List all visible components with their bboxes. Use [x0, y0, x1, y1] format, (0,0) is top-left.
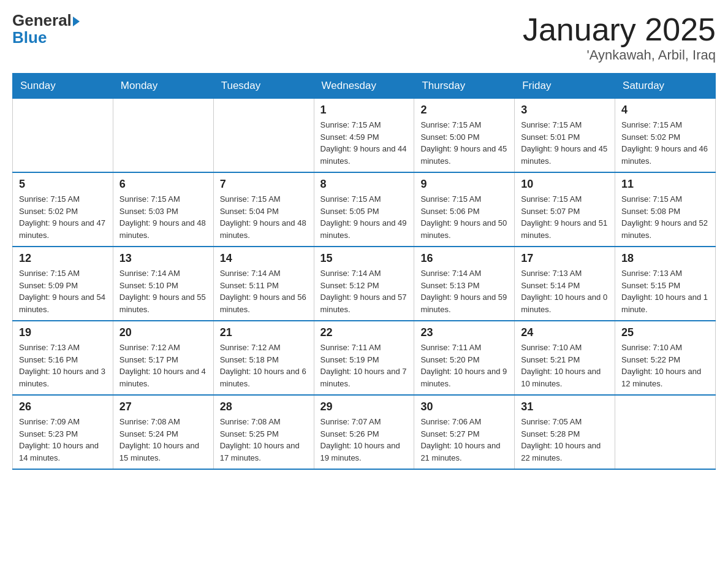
day-info: Sunrise: 7:15 AMSunset: 5:04 PMDaylight:… [220, 193, 308, 241]
day-cell: 16Sunrise: 7:14 AMSunset: 5:13 PMDayligh… [414, 247, 515, 321]
logo-general-text: General [12, 11, 72, 29]
day-number: 24 [521, 326, 609, 339]
day-cell: 12Sunrise: 7:15 AMSunset: 5:09 PMDayligh… [13, 247, 113, 321]
day-info: Sunrise: 7:13 AMSunset: 5:16 PMDaylight:… [19, 342, 107, 389]
day-cell: 2Sunrise: 7:15 AMSunset: 5:00 PMDaylight… [414, 99, 515, 173]
day-info: Sunrise: 7:14 AMSunset: 5:11 PMDaylight:… [220, 267, 308, 315]
day-info: Sunrise: 7:11 AMSunset: 5:19 PMDaylight:… [320, 342, 408, 389]
day-number: 7 [220, 178, 308, 191]
day-number: 20 [119, 326, 207, 339]
day-cell [213, 99, 314, 173]
day-cell: 19Sunrise: 7:13 AMSunset: 5:16 PMDayligh… [13, 321, 113, 395]
day-number: 18 [621, 252, 709, 265]
day-cell: 21Sunrise: 7:12 AMSunset: 5:18 PMDayligh… [213, 321, 314, 395]
day-number: 16 [420, 252, 508, 265]
day-number: 19 [19, 326, 107, 339]
day-of-week-wednesday: Wednesday [314, 74, 414, 99]
day-cell [13, 99, 113, 173]
day-number: 6 [119, 178, 207, 191]
day-cell: 6Sunrise: 7:15 AMSunset: 5:03 PMDaylight… [113, 172, 213, 247]
day-cell: 3Sunrise: 7:15 AMSunset: 5:01 PMDaylight… [515, 99, 615, 173]
day-info: Sunrise: 7:12 AMSunset: 5:18 PMDaylight:… [220, 342, 308, 389]
day-number: 3 [521, 104, 609, 117]
day-of-week-friday: Friday [515, 74, 615, 99]
day-info: Sunrise: 7:12 AMSunset: 5:17 PMDaylight:… [119, 342, 207, 389]
day-number: 8 [320, 178, 408, 191]
day-number: 12 [19, 252, 107, 265]
calendar-subtitle: 'Aynkawah, Arbil, Iraq [523, 47, 716, 63]
day-cell: 15Sunrise: 7:14 AMSunset: 5:12 PMDayligh… [314, 247, 414, 321]
day-cell: 31Sunrise: 7:05 AMSunset: 5:28 PMDayligh… [515, 395, 615, 469]
day-number: 2 [420, 104, 508, 117]
day-cell: 5Sunrise: 7:15 AMSunset: 5:02 PMDaylight… [13, 172, 113, 247]
calendar-body: 1Sunrise: 7:15 AMSunset: 4:59 PMDaylight… [13, 99, 716, 470]
day-cell: 20Sunrise: 7:12 AMSunset: 5:17 PMDayligh… [113, 321, 213, 395]
day-info: Sunrise: 7:15 AMSunset: 5:03 PMDaylight:… [119, 193, 207, 241]
day-info: Sunrise: 7:15 AMSunset: 5:08 PMDaylight:… [621, 193, 709, 241]
day-cell: 8Sunrise: 7:15 AMSunset: 5:05 PMDaylight… [314, 172, 414, 247]
week-row-1: 1Sunrise: 7:15 AMSunset: 4:59 PMDaylight… [13, 99, 716, 173]
day-info: Sunrise: 7:15 AMSunset: 5:00 PMDaylight:… [420, 119, 508, 167]
day-cell: 24Sunrise: 7:10 AMSunset: 5:21 PMDayligh… [515, 321, 615, 395]
day-number: 17 [521, 252, 609, 265]
day-info: Sunrise: 7:11 AMSunset: 5:20 PMDaylight:… [420, 342, 508, 389]
day-cell: 30Sunrise: 7:06 AMSunset: 5:27 PMDayligh… [414, 395, 515, 469]
title-block: January 2025 'Aynkawah, Arbil, Iraq [523, 12, 716, 63]
day-number: 1 [320, 104, 408, 117]
calendar-title: January 2025 [523, 12, 716, 47]
day-number: 31 [521, 400, 609, 413]
day-number: 26 [19, 400, 107, 413]
day-cell: 10Sunrise: 7:15 AMSunset: 5:07 PMDayligh… [515, 172, 615, 247]
day-cell: 27Sunrise: 7:08 AMSunset: 5:24 PMDayligh… [113, 395, 213, 469]
day-number: 15 [320, 252, 408, 265]
day-of-week-tuesday: Tuesday [213, 74, 314, 99]
day-cell: 25Sunrise: 7:10 AMSunset: 5:22 PMDayligh… [615, 321, 716, 395]
day-info: Sunrise: 7:13 AMSunset: 5:15 PMDaylight:… [621, 267, 709, 315]
days-of-week-row: SundayMondayTuesdayWednesdayThursdayFrid… [13, 74, 716, 99]
day-number: 25 [621, 326, 709, 339]
day-info: Sunrise: 7:14 AMSunset: 5:13 PMDaylight:… [420, 267, 508, 315]
day-cell [113, 99, 213, 173]
day-of-week-monday: Monday [113, 74, 213, 99]
day-number: 28 [220, 400, 308, 413]
day-number: 4 [621, 104, 709, 117]
day-info: Sunrise: 7:10 AMSunset: 5:22 PMDaylight:… [621, 342, 709, 389]
day-number: 9 [420, 178, 508, 191]
day-number: 21 [220, 326, 308, 339]
logo-blue-text: Blue [12, 29, 47, 45]
day-number: 23 [420, 326, 508, 339]
day-info: Sunrise: 7:15 AMSunset: 5:01 PMDaylight:… [521, 119, 609, 167]
day-info: Sunrise: 7:15 AMSunset: 5:02 PMDaylight:… [19, 193, 107, 241]
day-cell: 17Sunrise: 7:13 AMSunset: 5:14 PMDayligh… [515, 247, 615, 321]
day-number: 22 [320, 326, 408, 339]
day-info: Sunrise: 7:06 AMSunset: 5:27 PMDaylight:… [420, 416, 508, 464]
day-info: Sunrise: 7:07 AMSunset: 5:26 PMDaylight:… [320, 416, 408, 464]
day-cell: 22Sunrise: 7:11 AMSunset: 5:19 PMDayligh… [314, 321, 414, 395]
calendar-table: SundayMondayTuesdayWednesdayThursdayFrid… [12, 73, 716, 470]
day-info: Sunrise: 7:14 AMSunset: 5:10 PMDaylight:… [119, 267, 207, 315]
day-cell: 18Sunrise: 7:13 AMSunset: 5:15 PMDayligh… [615, 247, 716, 321]
day-cell: 28Sunrise: 7:08 AMSunset: 5:25 PMDayligh… [213, 395, 314, 469]
day-number: 13 [119, 252, 207, 265]
day-cell: 23Sunrise: 7:11 AMSunset: 5:20 PMDayligh… [414, 321, 515, 395]
day-cell: 9Sunrise: 7:15 AMSunset: 5:06 PMDaylight… [414, 172, 515, 247]
day-cell: 7Sunrise: 7:15 AMSunset: 5:04 PMDaylight… [213, 172, 314, 247]
day-info: Sunrise: 7:10 AMSunset: 5:21 PMDaylight:… [521, 342, 609, 389]
day-of-week-saturday: Saturday [615, 74, 716, 99]
day-number: 14 [220, 252, 308, 265]
logo: General Blue [12, 12, 80, 45]
day-number: 11 [621, 178, 709, 191]
day-info: Sunrise: 7:15 AMSunset: 5:07 PMDaylight:… [521, 193, 609, 241]
logo-top: General [12, 12, 80, 28]
day-number: 30 [420, 400, 508, 413]
day-info: Sunrise: 7:08 AMSunset: 5:25 PMDaylight:… [220, 416, 308, 464]
day-info: Sunrise: 7:15 AMSunset: 5:05 PMDaylight:… [320, 193, 408, 241]
day-of-week-thursday: Thursday [414, 74, 515, 99]
day-of-week-sunday: Sunday [13, 74, 113, 99]
day-cell: 4Sunrise: 7:15 AMSunset: 5:02 PMDaylight… [615, 99, 716, 173]
week-row-2: 5Sunrise: 7:15 AMSunset: 5:02 PMDaylight… [13, 172, 716, 247]
day-info: Sunrise: 7:15 AMSunset: 5:06 PMDaylight:… [420, 193, 508, 241]
day-number: 5 [19, 178, 107, 191]
day-number: 27 [119, 400, 207, 413]
day-info: Sunrise: 7:05 AMSunset: 5:28 PMDaylight:… [521, 416, 609, 464]
